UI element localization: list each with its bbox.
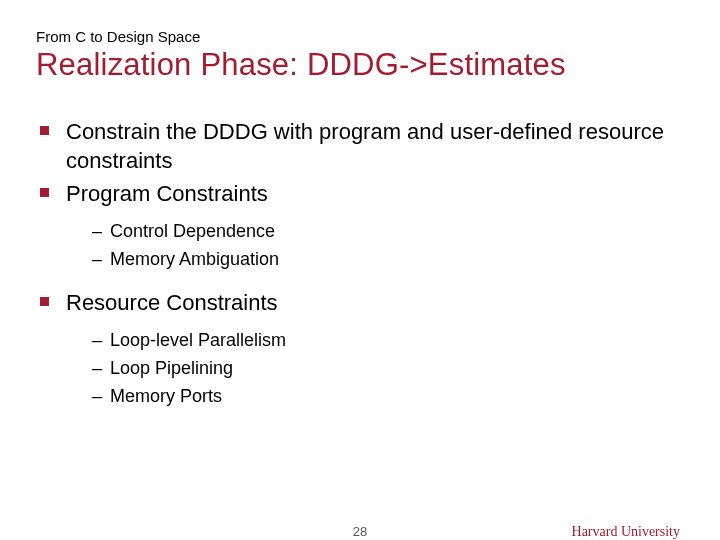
slide-title: Realization Phase: DDDG->Estimates xyxy=(36,47,684,83)
bullet-text: Resource Constraints xyxy=(66,290,278,315)
sub-bullet-list: Loop-level Parallelism Loop Pipelining M… xyxy=(66,327,684,411)
bullet-item: Program Constraints Control Dependence M… xyxy=(40,179,684,274)
sub-bullet-item: Memory Ports xyxy=(92,383,684,411)
sub-bullet-item: Loop-level Parallelism xyxy=(92,327,684,355)
bullet-list: Constrain the DDDG with program and user… xyxy=(36,117,684,411)
slide-kicker: From C to Design Space xyxy=(36,28,684,45)
bullet-item: Resource Constraints Loop-level Parallel… xyxy=(40,288,684,411)
affiliation: Harvard University xyxy=(572,524,680,540)
bullet-text: Program Constraints xyxy=(66,181,268,206)
page-number: 28 xyxy=(353,524,367,539)
sub-bullet-item: Control Dependence xyxy=(92,218,684,246)
bullet-item: Constrain the DDDG with program and user… xyxy=(40,117,684,175)
sub-bullet-item: Memory Ambiguation xyxy=(92,246,684,274)
sub-bullet-item: Loop Pipelining xyxy=(92,355,684,383)
sub-bullet-list: Control Dependence Memory Ambiguation xyxy=(66,218,684,274)
